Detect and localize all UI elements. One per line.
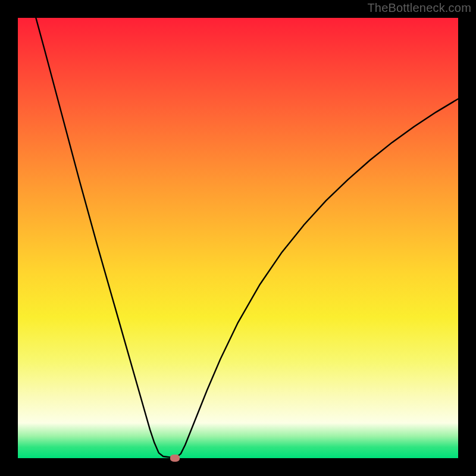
plot-area bbox=[18, 18, 458, 458]
watermark-text: TheBottleneck.com bbox=[367, 1, 471, 15]
chart-frame: TheBottleneck.com bbox=[0, 0, 476, 476]
bottleneck-curve bbox=[18, 18, 458, 458]
optimal-point-marker bbox=[170, 455, 180, 462]
curve-line bbox=[36, 18, 458, 458]
